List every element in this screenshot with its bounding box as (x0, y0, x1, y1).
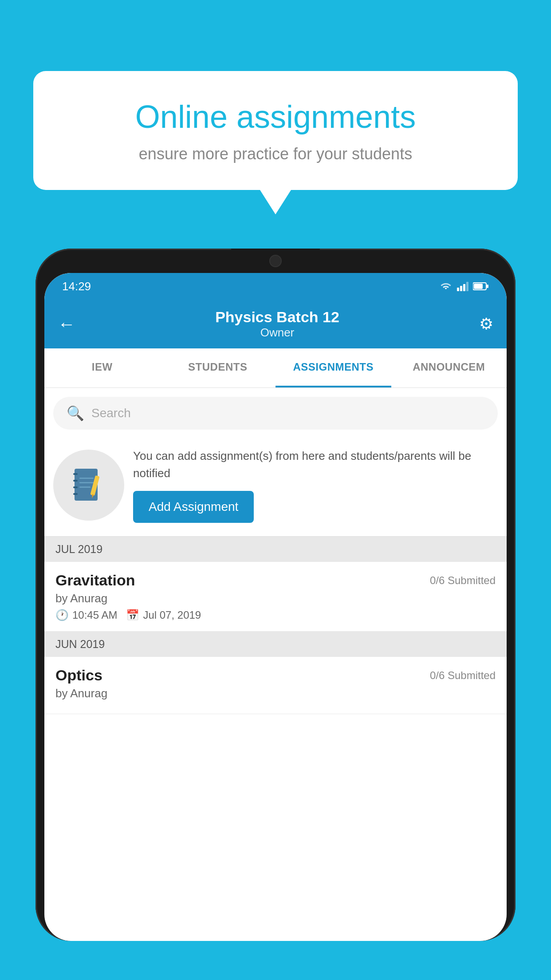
assignment-author-optics: by Anurag (55, 687, 496, 700)
wifi-icon (439, 281, 453, 291)
svg-rect-13 (79, 482, 94, 483)
speech-bubble: Online assignments ensure more practice … (33, 71, 518, 190)
assignment-meta-gravitation: 🕐 10:45 AM 📅 Jul 07, 2019 (55, 609, 496, 621)
section-header-jun: JUN 2019 (44, 632, 507, 657)
assignment-time-item: 🕐 10:45 AM (55, 609, 117, 621)
svg-rect-8 (73, 473, 78, 475)
speech-bubble-arrow (260, 190, 291, 214)
phone-camera (269, 255, 282, 267)
status-icons (439, 281, 489, 291)
back-button[interactable]: ← (58, 314, 75, 334)
speech-bubble-title: Online assignments (64, 98, 487, 136)
add-assignment-button[interactable]: Add Assignment (133, 491, 254, 523)
signal-icon (457, 281, 468, 291)
assignment-submitted-optics: 0/6 Submitted (430, 669, 496, 682)
speech-bubble-subtitle: ensure more practice for your students (64, 145, 487, 163)
svg-rect-9 (73, 480, 78, 482)
assignment-author-gravitation: by Anurag (55, 592, 496, 605)
assignment-date: Jul 07, 2019 (143, 609, 201, 621)
search-bar[interactable]: 🔍 Search (53, 397, 498, 430)
status-bar: 14:29 (44, 273, 507, 300)
assignment-submitted-gravitation: 0/6 Submitted (430, 574, 496, 587)
phone-notch (231, 249, 320, 273)
tabs-bar: IEW STUDENTS ASSIGNMENTS ANNOUNCEM (44, 348, 507, 388)
assignment-date-item: 📅 Jul 07, 2019 (126, 609, 201, 621)
tab-iew[interactable]: IEW (44, 348, 160, 387)
svg-rect-6 (487, 285, 488, 288)
app-bar-title-main: Physics Batch 12 (215, 308, 339, 326)
svg-rect-0 (457, 288, 459, 291)
add-assignment-right: You can add assignment(s) from here and … (133, 447, 496, 523)
svg-rect-14 (79, 486, 91, 488)
assignment-time: 10:45 AM (72, 609, 117, 621)
notebook-icon (72, 466, 106, 504)
speech-bubble-container: Online assignments ensure more practice … (33, 71, 518, 214)
app-bar-title-sub: Owner (215, 326, 339, 340)
assignment-name-gravitation: Gravitation (55, 572, 135, 589)
assignment-item-optics[interactable]: Optics 0/6 Submitted by Anurag (44, 657, 507, 714)
svg-rect-11 (73, 493, 78, 495)
status-time: 14:29 (62, 280, 91, 293)
section-header-jul: JUL 2019 (44, 537, 507, 562)
svg-rect-5 (474, 284, 483, 289)
phone-frame: 14:29 (35, 249, 516, 941)
assignment-icon-circle (53, 450, 124, 521)
svg-rect-2 (463, 284, 465, 291)
add-assignment-description: You can add assignment(s) from here and … (133, 447, 496, 482)
assignment-name-optics: Optics (55, 667, 102, 684)
app-bar: ← Physics Batch 12 Owner ⚙ (44, 300, 507, 348)
settings-button[interactable]: ⚙ (479, 315, 493, 333)
search-placeholder: Search (91, 406, 131, 420)
battery-icon (473, 282, 489, 291)
tab-students[interactable]: STUDENTS (160, 348, 276, 387)
tab-assignments[interactable]: ASSIGNMENTS (276, 348, 391, 387)
assignment-row1-optics: Optics 0/6 Submitted (55, 667, 496, 684)
svg-rect-1 (460, 286, 462, 291)
assignment-item-gravitation[interactable]: Gravitation 0/6 Submitted by Anurag 🕐 10… (44, 562, 507, 632)
svg-rect-12 (79, 478, 94, 479)
svg-rect-10 (73, 486, 78, 488)
add-assignment-section: You can add assignment(s) from here and … (44, 439, 507, 537)
phone-screen: 14:29 (44, 273, 507, 941)
assignment-row1: Gravitation 0/6 Submitted (55, 572, 496, 589)
clock-icon: 🕐 (55, 609, 69, 621)
search-icon: 🔍 (67, 405, 84, 422)
tab-announcements[interactable]: ANNOUNCEM (391, 348, 507, 387)
svg-rect-3 (466, 282, 468, 291)
app-bar-title-area: Physics Batch 12 Owner (215, 308, 339, 340)
calendar-icon: 📅 (126, 609, 139, 621)
phone-container: 14:29 (35, 249, 516, 980)
